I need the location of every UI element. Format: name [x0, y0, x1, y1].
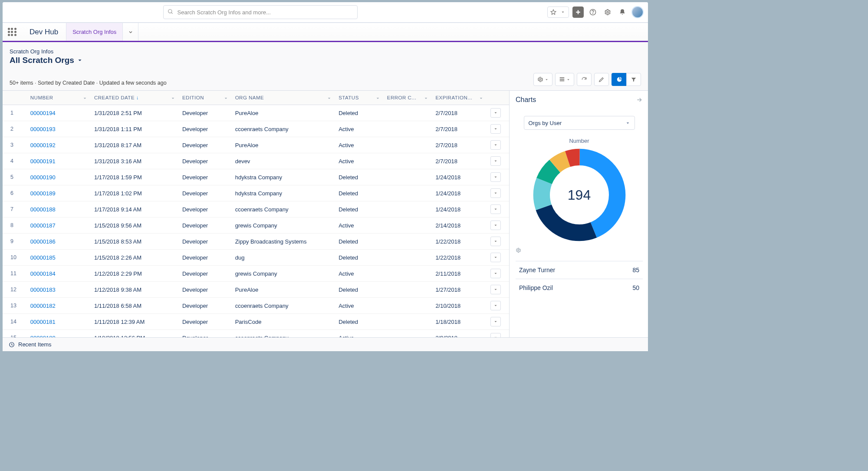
row-actions-menu-icon[interactable] — [490, 124, 501, 134]
notifications-bell-icon[interactable] — [617, 7, 628, 18]
record-number-link[interactable]: 00000194 — [30, 110, 56, 116]
refresh-icon[interactable] — [577, 73, 592, 86]
record-number-link[interactable]: 00000188 — [30, 206, 56, 213]
cell-created: 1/31/2018 2:51 PM — [91, 105, 179, 121]
row-actions-menu-icon[interactable] — [490, 140, 501, 150]
cell-status: Deleted — [335, 234, 384, 250]
column-header[interactable]: EDITION — [179, 91, 232, 105]
row-actions-menu-icon[interactable] — [490, 301, 501, 310]
row-actions-menu-icon[interactable] — [490, 172, 501, 182]
record-number-link[interactable]: 00000185 — [30, 254, 56, 261]
row-index: 13 — [3, 298, 27, 314]
record-number-link[interactable]: 00000181 — [30, 319, 56, 325]
records-table: NUMBERCREATED DATE↓EDITIONORG NAMESTATUS… — [3, 91, 509, 337]
row-index: 1 — [3, 105, 27, 121]
cell-error — [384, 314, 432, 330]
app-launcher-icon[interactable] — [3, 23, 22, 41]
tab-scratch-org-infos[interactable]: Scratch Org Infos — [66, 23, 123, 41]
cell-status: Deleted — [335, 201, 384, 217]
column-header[interactable]: ERROR C... — [384, 91, 432, 105]
cell-expiration: 2/7/2018 — [432, 105, 487, 121]
cell-org-name: Zippy Broadcasting Systems — [232, 234, 335, 250]
record-number-link[interactable]: 00000189 — [30, 190, 56, 197]
record-number-link[interactable]: 00000187 — [30, 222, 56, 229]
row-actions-menu-icon[interactable] — [490, 285, 501, 294]
table-row: 2 00000193 1/31/2018 1:11 PM Developer c… — [3, 121, 509, 137]
favorite-dropdown-icon[interactable] — [558, 7, 568, 17]
footer-recent-items[interactable]: Recent Items — [18, 341, 52, 348]
record-number-link[interactable]: 00000192 — [30, 142, 56, 148]
search-icon — [168, 9, 174, 15]
cell-error — [384, 185, 432, 201]
global-actions-plus-icon[interactable] — [572, 7, 584, 18]
cell-edition: Developer — [179, 250, 232, 266]
cell-status: Deleted — [335, 185, 384, 201]
record-number-link[interactable]: 00000183 — [30, 287, 56, 293]
row-actions-menu-icon[interactable] — [490, 253, 501, 262]
cell-created: 1/15/2018 8:53 AM — [91, 234, 179, 250]
column-header[interactable]: NUMBER — [27, 91, 91, 105]
cell-org-name: hdykstra Company — [232, 169, 335, 185]
setup-gear-icon[interactable] — [602, 7, 613, 18]
row-actions-menu-icon[interactable] — [490, 269, 501, 278]
row-actions-menu-icon[interactable] — [490, 204, 501, 214]
display-as-table-icon[interactable] — [555, 73, 574, 86]
column-header[interactable]: EXPIRATION... — [432, 91, 487, 105]
row-index: 14 — [3, 314, 27, 330]
inline-edit-pencil-icon[interactable] — [594, 73, 609, 86]
cell-expiration: 2/7/2018 — [432, 137, 487, 153]
column-header[interactable]: ORG NAME — [232, 91, 335, 105]
charts-collapse-arrow-icon[interactable] — [636, 96, 643, 103]
record-number-link[interactable]: 00000184 — [30, 270, 56, 277]
table-row: 3 00000192 1/31/2018 8:17 AM Developer P… — [3, 137, 509, 153]
charts-panel-title: Charts — [516, 96, 536, 104]
list-view-dropdown-icon[interactable] — [77, 57, 83, 63]
cell-error — [384, 153, 432, 169]
cell-error — [384, 266, 432, 282]
row-index: 12 — [3, 282, 27, 298]
cell-status: Deleted — [335, 105, 384, 121]
row-actions-menu-icon[interactable] — [490, 108, 501, 118]
cell-org-name: devev — [232, 153, 335, 169]
cell-created: 1/11/2018 6:58 AM — [91, 298, 179, 314]
row-actions-menu-icon[interactable] — [490, 237, 501, 246]
charts-toggle-icon[interactable] — [612, 73, 626, 86]
cell-created: 1/10/2018 12:56 PM — [91, 330, 179, 338]
user-avatar[interactable] — [631, 6, 644, 18]
org-logo[interactable] — [7, 5, 25, 20]
cell-created: 1/17/2018 1:02 PM — [91, 185, 179, 201]
global-search-input[interactable] — [163, 5, 358, 19]
cell-org-name: PureAloe — [232, 105, 335, 121]
record-number-link[interactable]: 00000182 — [30, 303, 56, 309]
record-number-link[interactable]: 00000193 — [30, 126, 56, 132]
cell-status: Active — [335, 266, 384, 282]
row-actions-menu-icon[interactable] — [490, 333, 501, 337]
cell-error — [384, 217, 432, 234]
row-actions-menu-icon[interactable] — [490, 317, 501, 326]
row-actions-menu-icon[interactable] — [490, 221, 501, 230]
column-header[interactable]: CREATED DATE↓ — [91, 91, 179, 105]
row-actions-menu-icon[interactable] — [490, 156, 501, 166]
cell-expiration: 1/22/2018 — [432, 234, 487, 250]
cell-expiration: 2/7/2018 — [432, 153, 487, 169]
cell-edition: Developer — [179, 121, 232, 137]
tab-overflow-chevron-icon[interactable] — [123, 23, 138, 41]
record-number-link[interactable]: 00000190 — [30, 174, 56, 181]
chart-settings-gear-icon[interactable] — [516, 245, 643, 253]
table-row: 7 00000188 1/17/2018 9:14 AM Developer c… — [3, 201, 509, 217]
cell-status: Deleted — [335, 250, 384, 266]
record-number-link[interactable]: 00000191 — [30, 158, 56, 165]
record-number-link[interactable]: 00000186 — [30, 238, 56, 245]
list-settings-gear-icon[interactable] — [533, 73, 552, 86]
favorite-star-icon[interactable] — [549, 7, 558, 17]
help-icon[interactable] — [587, 7, 598, 18]
chart-picker[interactable]: Orgs by User — [524, 116, 635, 130]
column-header[interactable]: STATUS — [335, 91, 384, 105]
row-actions-menu-icon[interactable] — [490, 188, 501, 198]
cell-org-name: hdykstra Company — [232, 185, 335, 201]
cell-expiration: 2/11/2018 — [432, 266, 487, 282]
cell-edition: Developer — [179, 185, 232, 201]
cell-expiration: 1/24/2018 — [432, 201, 487, 217]
cell-status: Deleted — [335, 314, 384, 330]
filter-icon[interactable] — [626, 73, 641, 86]
